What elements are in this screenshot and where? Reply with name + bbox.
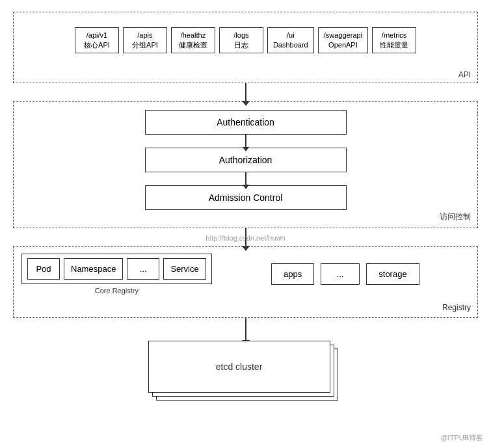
api-box-metrics: /metrics性能度量 — [372, 27, 416, 54]
diagram: /api/v1核心API /apis分组API /healthz健康检查 /lo… — [0, 0, 491, 448]
ext-apps: apps — [271, 263, 314, 285]
access-label: 访问控制 — [440, 211, 471, 222]
core-registry-label: Core Registry — [21, 287, 212, 295]
arrow-registry-to-etcd — [245, 318, 246, 341]
access-inner: Authentication Authorization Admission C… — [14, 102, 477, 218]
api-box-logs: /logs日志 — [219, 27, 263, 54]
reg-namespace: Namespace — [64, 258, 123, 280]
api-box-core: /api/v1核心API — [75, 27, 119, 54]
registry-section: Pod Namespace ... Service Core Registry … — [13, 246, 478, 318]
ext-ellipsis: ... — [321, 263, 360, 285]
etcd-main: etcd cluster — [148, 341, 330, 393]
copyright: @ITPUB博客 — [440, 433, 483, 443]
access-section: Authentication Authorization Admission C… — [13, 101, 478, 228]
api-label: API — [458, 70, 471, 79]
api-box-ui: /uiDashboard — [267, 27, 314, 54]
authentication-box: Authentication — [145, 110, 347, 135]
registry-label: Registry — [442, 303, 471, 312]
etcd-container: etcd cluster — [148, 341, 343, 412]
arrow-api-to-access — [245, 83, 246, 101]
core-registry: Pod Namespace ... Service — [21, 254, 212, 284]
api-boxes: /api/v1核心API /apis分组API /healthz健康检查 /lo… — [14, 12, 477, 64]
api-section: /api/v1核心API /apis分组API /healthz健康检查 /lo… — [13, 12, 478, 83]
registry-inner: Pod Namespace ... Service Core Registry … — [14, 247, 477, 301]
api-box-health: /healthz健康检查 — [171, 27, 215, 54]
reg-service: Service — [163, 258, 206, 280]
etcd-label: etcd cluster — [216, 362, 263, 372]
api-box-swagger: /swaggerapiOpenAPI — [318, 27, 368, 54]
reg-pod: Pod — [27, 258, 60, 280]
reg-ellipsis: ... — [127, 258, 159, 280]
arrow-access-to-registry — [245, 228, 246, 246]
arrow-authz-to-admission — [245, 172, 246, 185]
arrow-auth-to-authz — [245, 135, 246, 148]
api-box-group: /apis分组API — [123, 27, 167, 54]
ext-storage: storage — [366, 263, 419, 285]
ext-registry: apps ... storage — [221, 254, 470, 295]
